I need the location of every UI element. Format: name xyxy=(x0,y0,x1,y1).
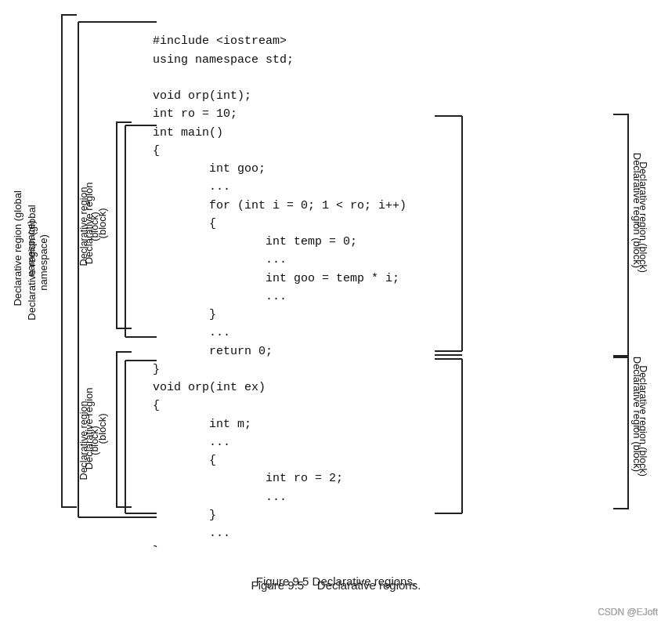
block-label-right-top: Declarative region (block) xyxy=(638,139,649,295)
right-bracket-top xyxy=(613,114,629,357)
diagram-svg: #include <iostream> using namespace std;… xyxy=(0,0,672,627)
global-label: Declarative region (global namespace) xyxy=(26,184,49,341)
block-label-2: Declarative region(block) xyxy=(78,386,100,495)
block-label-right-bottom: Declarative region (block) xyxy=(638,342,649,499)
code-text: #include <iostream> using namespace std;… xyxy=(153,14,560,547)
decl-bracket-1 xyxy=(116,121,132,329)
watermark-text: CSDN @EJoft xyxy=(598,607,658,618)
right-bracket-bottom xyxy=(613,357,629,509)
decl-bracket-2 xyxy=(116,351,132,508)
global-bracket xyxy=(61,14,77,508)
main-container: Declarative region (global namespace) De… xyxy=(0,0,672,627)
block-label-1: Declarative region(block) xyxy=(78,172,100,281)
figure-caption-text: Figure 9.5 Declarative regions. xyxy=(0,578,672,592)
